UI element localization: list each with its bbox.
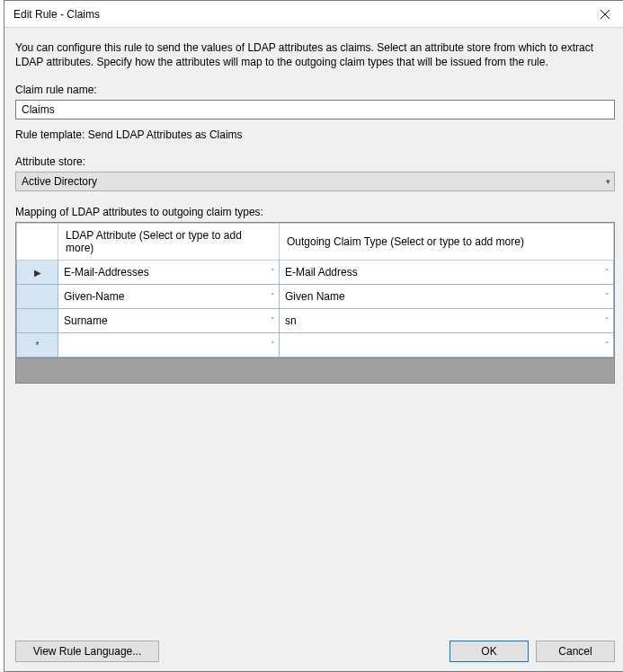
ok-button[interactable]: OK xyxy=(449,641,529,662)
grid-empty-area xyxy=(16,358,614,383)
table-row: Given-Name ˅ Given Name ˅ xyxy=(17,285,614,309)
attribute-store-label: Attribute store: xyxy=(15,155,615,168)
column-header-ldap[interactable]: LDAP Attribute (Select or type to add mo… xyxy=(58,224,280,261)
claim-type-cell[interactable]: E-Mail Address ˅ xyxy=(280,261,613,284)
chevron-down-icon: ˅ xyxy=(271,268,275,277)
grid-corner xyxy=(17,224,58,261)
cancel-button[interactable]: Cancel xyxy=(536,641,615,662)
ldap-attribute-value: Surname xyxy=(64,314,108,327)
attribute-store-dropdown[interactable]: Active Directory ▾ xyxy=(15,172,615,191)
titlebar: Edit Rule - Claims xyxy=(4,1,623,28)
claim-type-value: sn xyxy=(285,314,297,327)
claim-type-cell[interactable]: ˅ xyxy=(280,333,613,357)
column-header-claim[interactable]: Outgoing Claim Type (Select or type to a… xyxy=(280,224,614,261)
chevron-down-icon: ▾ xyxy=(606,177,610,186)
attribute-store-value: Active Directory xyxy=(22,175,97,188)
edit-rule-dialog: Edit Rule - Claims You can configure thi… xyxy=(4,0,623,672)
chevron-down-icon: ˅ xyxy=(605,292,610,301)
row-indicator-new[interactable]: * xyxy=(17,333,58,358)
chevron-down-icon: ˅ xyxy=(271,292,275,301)
row-indicator[interactable] xyxy=(17,309,58,333)
chevron-down-icon: ˅ xyxy=(605,340,610,349)
chevron-down-icon: ˅ xyxy=(271,340,275,349)
claim-type-value: Given Name xyxy=(285,290,345,303)
window-title: Edit Rule - Claims xyxy=(13,8,100,21)
table-row: Surname ˅ sn ˅ xyxy=(17,309,614,333)
chevron-down-icon: ˅ xyxy=(605,268,610,277)
mapping-grid: LDAP Attribute (Select or type to add mo… xyxy=(15,222,615,384)
table-row: * ˅ ˅ xyxy=(17,333,614,358)
ldap-attribute-cell[interactable]: Given-Name ˅ xyxy=(58,285,279,308)
row-indicator[interactable] xyxy=(17,285,58,309)
close-button[interactable] xyxy=(584,1,623,28)
claim-type-cell[interactable]: Given Name ˅ xyxy=(280,285,613,308)
rule-template-text: Rule template: Send LDAP Attributes as C… xyxy=(15,128,615,141)
button-row: View Rule Language... OK Cancel xyxy=(15,633,615,662)
claim-type-cell[interactable]: sn ˅ xyxy=(280,309,613,332)
close-icon xyxy=(601,10,610,19)
description-text: You can configure this rule to send the … xyxy=(15,40,615,69)
chevron-down-icon: ˅ xyxy=(271,316,275,325)
row-indicator[interactable]: ▶ xyxy=(17,261,58,285)
claim-rule-name-input[interactable] xyxy=(15,100,615,119)
ldap-attribute-cell[interactable]: E-Mail-Addresses ˅ xyxy=(58,261,279,284)
chevron-down-icon: ˅ xyxy=(605,316,610,325)
ldap-attribute-cell[interactable]: ˅ xyxy=(58,333,279,357)
claim-type-value: E-Mail Address xyxy=(285,266,358,279)
claim-rule-name-label: Claim rule name: xyxy=(15,84,615,96)
view-rule-language-button[interactable]: View Rule Language... xyxy=(15,641,159,662)
mapping-label: Mapping of LDAP attributes to outgoing c… xyxy=(15,206,615,218)
table-row: ▶ E-Mail-Addresses ˅ E-Mail Address ˅ xyxy=(17,261,614,285)
ldap-attribute-value: E-Mail-Addresses xyxy=(64,266,149,279)
ldap-attribute-cell[interactable]: Surname ˅ xyxy=(58,309,279,332)
ldap-attribute-value: Given-Name xyxy=(64,290,124,303)
dialog-body: You can configure this rule to send the … xyxy=(4,28,623,671)
